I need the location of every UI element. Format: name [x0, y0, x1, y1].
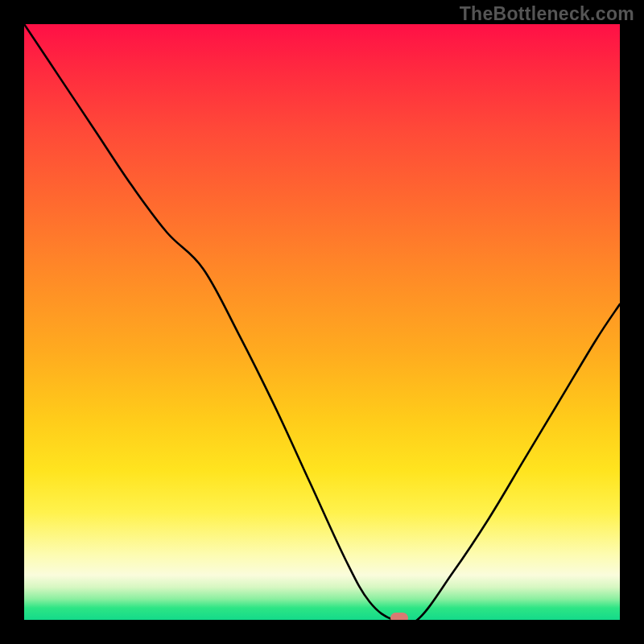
optimum-marker [390, 613, 408, 620]
chart-frame: TheBottleneck.com [0, 0, 644, 644]
curve-svg [24, 24, 620, 620]
watermark-text: TheBottleneck.com [460, 3, 634, 25]
plot-area [24, 24, 620, 620]
bottleneck-curve-path [24, 24, 620, 620]
